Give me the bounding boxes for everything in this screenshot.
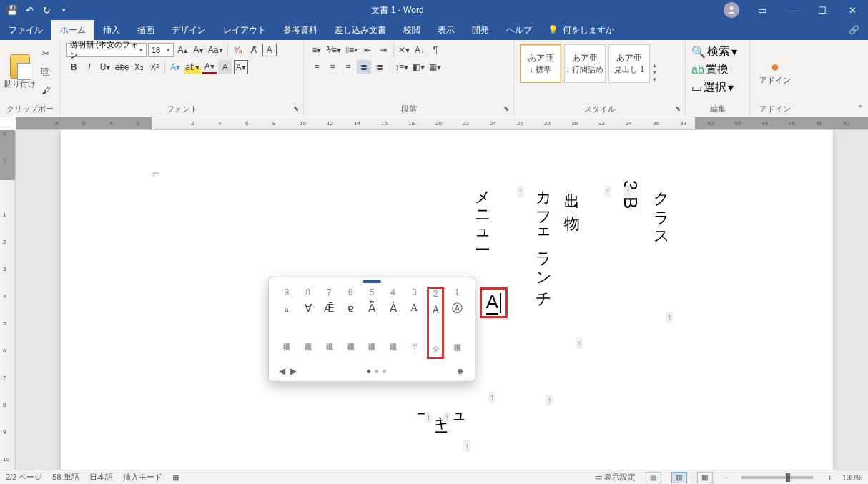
select-button[interactable]: ▭選択▾ xyxy=(691,80,744,95)
status-language[interactable]: 日本語 xyxy=(89,472,113,483)
view-read-mode[interactable]: ▤ xyxy=(646,472,661,483)
show-marks-button[interactable]: ¶ xyxy=(428,43,443,57)
page[interactable]: ⌐ クラス 3-B ↑ ↑ 出し物 カフェランチ ↑ ↑ ↑ メニュー ↑ ↑ … xyxy=(61,130,833,470)
clear-formatting-button[interactable]: A̸ xyxy=(247,43,261,57)
font-name-input[interactable]: 游明朝 (本文のフォン▾ xyxy=(66,43,147,57)
close-icon[interactable]: ✕ xyxy=(838,0,867,20)
style-heading1[interactable]: あア亜 見出し 1 xyxy=(608,44,650,83)
share-button[interactable]: 🔗 xyxy=(839,20,868,40)
style-normal[interactable]: あア亜 ↓ 標準 xyxy=(520,44,561,83)
account-avatar[interactable] xyxy=(724,2,739,18)
ime-candidate-2[interactable]: 2Ａ全 xyxy=(428,287,443,358)
tab-mailings[interactable]: 差し込み文書 xyxy=(326,20,395,40)
change-case-button[interactable]: Aa▾ xyxy=(207,43,225,57)
collapse-ribbon-icon[interactable]: ⌃ xyxy=(857,104,864,114)
text-effects-button[interactable]: A▾ xyxy=(168,60,182,74)
tab-design[interactable]: デザイン xyxy=(163,20,214,40)
borders-button[interactable]: ▦▾ xyxy=(428,60,443,74)
underline-button[interactable]: U▾ xyxy=(98,60,112,74)
highlight-button[interactable]: ab▾ xyxy=(184,60,200,74)
dialog-launcher-icon[interactable]: ⬊ xyxy=(293,102,299,115)
enclose-char-button[interactable]: A xyxy=(262,44,277,56)
maximize-icon[interactable]: ☐ xyxy=(808,0,837,20)
grow-font-button[interactable]: A▴ xyxy=(175,43,189,57)
replace-button[interactable]: ab置換 xyxy=(691,62,744,77)
italic-button[interactable]: I xyxy=(82,60,97,74)
view-web-layout[interactable]: ▦ xyxy=(697,472,713,483)
ime-composition[interactable]: A xyxy=(480,287,508,318)
tab-review[interactable]: 校閲 xyxy=(395,20,429,40)
ime-candidate-4[interactable]: 4Ȧ環境依存 xyxy=(385,287,401,358)
ime-candidate-9[interactable]: 9ₐ環境依存 xyxy=(279,287,295,358)
ime-candidate-8[interactable]: 8∀環境依存 xyxy=(300,287,316,358)
ime-candidate-1[interactable]: 1Ⓐ環境依存 xyxy=(449,287,465,358)
styles-gallery-expand[interactable]: ▴▾▾ xyxy=(653,44,663,99)
decrease-indent-button[interactable]: ⇤ xyxy=(360,43,375,57)
asian-layout-button[interactable]: ✕▾ xyxy=(397,43,411,57)
line-spacing-button[interactable]: ↕≡▾ xyxy=(393,60,410,74)
paste-button[interactable]: 貼り付け xyxy=(3,51,37,94)
char-border-button[interactable]: A▾ xyxy=(234,60,248,74)
zoom-in-button[interactable]: + xyxy=(827,473,832,482)
ime-next-icon[interactable]: ▶ xyxy=(290,366,297,376)
find-button[interactable]: 🔍検索▾ xyxy=(691,44,744,59)
cut-button[interactable]: ✂ xyxy=(39,46,53,61)
horizontal-ruler[interactable]: 8642246810121416182022242628303234363840… xyxy=(16,117,868,130)
ribbon-display-icon[interactable]: ▭ xyxy=(748,0,776,20)
ime-grip[interactable] xyxy=(363,280,381,283)
ime-candidate-6[interactable]: 6ɐ環境依存 xyxy=(342,287,358,358)
style-nospacing[interactable]: あア亜 ↓ 行間詰め xyxy=(564,44,606,83)
save-icon[interactable]: 💾 xyxy=(4,2,20,18)
tab-draw[interactable]: 描画 xyxy=(129,20,163,40)
superscript-button[interactable]: X² xyxy=(147,60,162,74)
tab-insert[interactable]: 挿入 xyxy=(94,20,129,40)
status-insert-mode[interactable]: 挿入モード xyxy=(123,472,162,483)
zoom-slider[interactable] xyxy=(741,476,813,479)
ime-candidate-5[interactable]: 5Ǟ環境依存 xyxy=(364,287,380,358)
ime-candidate-7[interactable]: 7Ǣ環境依存 xyxy=(321,287,337,358)
dialog-launcher-icon[interactable]: ⬊ xyxy=(675,102,681,115)
ime-emoji-icon[interactable]: ☻ xyxy=(455,366,465,376)
bold-button[interactable]: B xyxy=(66,60,81,74)
phonetic-guide-button[interactable]: ᵃ⁄ₐ xyxy=(231,43,245,57)
char-shading-button[interactable]: A xyxy=(218,60,232,74)
ime-candidate-panel[interactable]: 9ₐ環境依存8∀環境依存7Ǣ環境依存6ɐ環境依存5Ǟ環境依存4Ȧ環境依存3A半2… xyxy=(268,277,475,382)
tab-file[interactable]: ファイル xyxy=(0,20,51,40)
undo-icon[interactable]: ↶ xyxy=(21,2,37,18)
view-print-layout[interactable]: ▥ xyxy=(671,472,687,483)
tell-me-search[interactable]: 💡 何をしますか xyxy=(548,20,839,40)
display-settings[interactable]: ▭ 表示設定 xyxy=(595,472,636,483)
shrink-font-button[interactable]: A▾ xyxy=(191,43,205,57)
addins-button[interactable]: ● アドイン xyxy=(758,51,792,94)
tab-view[interactable]: 表示 xyxy=(429,20,463,40)
tab-home[interactable]: ホーム xyxy=(51,20,94,40)
tab-help[interactable]: ヘルプ xyxy=(498,20,541,40)
tab-references[interactable]: 参考資料 xyxy=(275,20,326,40)
redo-icon[interactable]: ↻ xyxy=(39,2,54,18)
align-right-button[interactable]: ≡ xyxy=(341,60,355,74)
bullets-button[interactable]: ≡▾ xyxy=(310,43,324,57)
format-painter-button[interactable]: 🖌 xyxy=(39,84,53,98)
align-left-button[interactable]: ≡ xyxy=(310,60,324,74)
subscript-button[interactable]: X₂ xyxy=(132,60,146,74)
multilevel-list-button[interactable]: ⫴≡▾ xyxy=(344,43,359,57)
tab-developer[interactable]: 開発 xyxy=(463,20,498,40)
strikethrough-button[interactable]: abc xyxy=(114,60,130,74)
ime-candidate-3[interactable]: 3A半 xyxy=(406,287,422,358)
minimize-icon[interactable]: — xyxy=(778,0,807,20)
sort-button[interactable]: A↓ xyxy=(413,43,427,57)
vertical-ruler[interactable]: 21123456789101112 xyxy=(0,130,16,470)
tab-layout[interactable]: レイアウト xyxy=(214,20,275,40)
shading-button[interactable]: ◧▾ xyxy=(411,60,426,74)
distribute-button[interactable]: ≣ xyxy=(373,60,387,74)
align-center-button[interactable]: ≡ xyxy=(325,60,340,74)
copy-button[interactable]: ⿻ xyxy=(39,65,53,79)
justify-button[interactable]: ≣ xyxy=(357,60,371,74)
font-size-input[interactable]: 18▾ xyxy=(148,43,174,57)
macro-icon[interactable]: ▦ xyxy=(172,473,179,482)
font-color-button[interactable]: A▾ xyxy=(202,60,217,74)
zoom-out-button[interactable]: − xyxy=(723,473,727,482)
status-page[interactable]: 2/2 ページ xyxy=(6,472,42,483)
numbering-button[interactable]: ⅟≡▾ xyxy=(325,43,342,57)
ime-prev-icon[interactable]: ◀ xyxy=(279,366,285,376)
